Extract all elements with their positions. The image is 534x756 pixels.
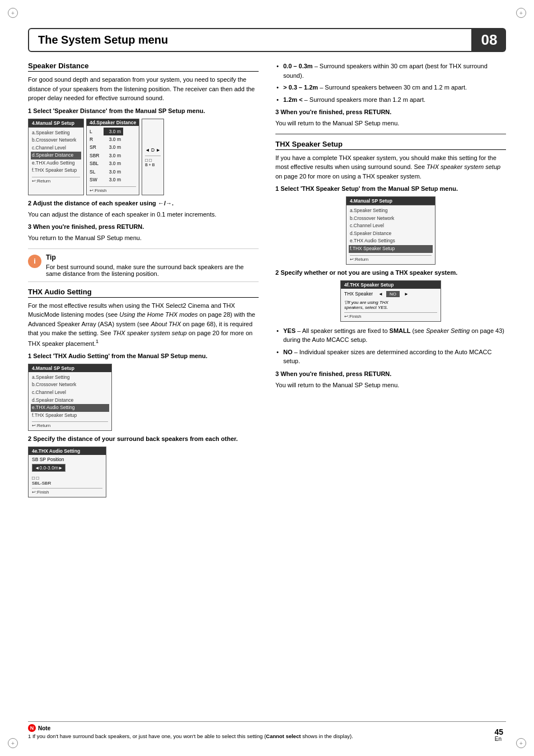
speaker-dist-screen: 4d.Speaker Distance L 3.0 m R 3.0 m SR 3… — [86, 119, 139, 195]
bullet-12m: 1.2m < – Surround speakers more than 1.2… — [275, 95, 506, 105]
chapter-number: 08 — [472, 28, 506, 52]
left-column: Speaker Distance For good sound depth an… — [28, 62, 259, 722]
thx-audio-screen2: 4e.THX Audio Setting SB SP Position ◄0.0… — [28, 447, 106, 497]
thx-audio-intro: For the most effective results when usin… — [28, 301, 259, 348]
tip-text: For best surround sound, make sure the s… — [46, 264, 259, 277]
thx-audio-screen2-footer: ↩:Finish — [32, 488, 102, 495]
screen-item-d-highlighted: d.Speaker Distance — [31, 152, 81, 159]
dist-row-sw: SW 3.0 m — [90, 176, 136, 184]
dist-row-r: R 3.0 m — [90, 135, 136, 143]
thx-audio-step1: 1 Select 'THX Audio Setting' from the Ma… — [28, 353, 259, 359]
thx-sp-e: e.THX Audio Settings — [350, 237, 432, 245]
thx-speaker-screen-footer: ↩:Return — [350, 255, 432, 262]
thx-audio-section: THX Audio Setting For the most effective… — [28, 288, 259, 498]
main-content: Speaker Distance For good sound depth an… — [28, 62, 506, 722]
thx-speaker-label: THX Speaker — [344, 291, 373, 297]
page-lang: En — [495, 736, 502, 742]
thx-speaker-intro: If you have a complete THX speaker syste… — [275, 153, 506, 181]
corner-mark-tl — [8, 8, 18, 18]
note-icon: N — [28, 724, 36, 732]
dist-row-sbl: SBL 3.0 m — [90, 159, 136, 167]
sbl-sbr-icons: □ □ — [32, 475, 102, 481]
thx-audio-screen2-title: 4e.THX Audio Setting — [29, 447, 106, 455]
dist-screen-title: 4d.Speaker Distance — [87, 119, 139, 126]
thx-audio-screen-title: 4.Manual SP Setup — [29, 364, 111, 372]
thx-audio-menu-screen: 4.Manual SP Setup a.Speaker Setting b.Cr… — [28, 364, 112, 431]
thx-screen-c: c.Channel Level — [32, 389, 108, 397]
sb-sp-row: SB SP Position — [32, 457, 102, 462]
thx-audio-screen-container: 4.Manual SP Setup a.Speaker Setting b.Cr… — [28, 364, 259, 431]
thx-bullet-no: NO – Individual speaker sizes are determ… — [275, 348, 506, 366]
note-bar: N Note 1 If you don't have surround back… — [28, 721, 506, 739]
thx-audio-step2: 2 Specify the distance of your surround … — [28, 435, 259, 442]
arrows-indicator: ◄ D ► □ □ B + B — [142, 119, 164, 195]
thx-screen-a: a.Speaker Setting — [32, 374, 108, 382]
page-number: 45 — [494, 727, 503, 736]
slider-indicator: ◄0.0-3.0m► — [32, 464, 65, 472]
corner-mark-bl — [8, 738, 18, 748]
step1-text: 1 Select 'Speaker Distance' from the Man… — [28, 107, 259, 114]
screen-item-b: b.Crossover Network — [32, 137, 80, 144]
step3-body: You return to the Manual SP Setup menu. — [28, 233, 259, 243]
thx-speaker-note: ▽If you are using THXspeakers, select YE… — [344, 300, 437, 310]
bullet-03-12m: > 0.3 – 1.2m – Surround speakers between… — [275, 83, 506, 92]
step3-text: 3 When you're finished, press RETURN. — [28, 223, 259, 230]
note-text: 1 If you don't have surround back speake… — [28, 733, 506, 739]
screen-item-f: f.THX Speaker Setup — [32, 167, 80, 175]
thx-speaker-bullets: YES – All speaker settings are fixed to … — [275, 326, 506, 366]
thx-speaker-step3-body: You will return to the Manual SP Setup m… — [275, 381, 506, 390]
thx-speaker-heading: THX Speaker Setup — [275, 140, 506, 150]
thx-sp-c: c.Channel Level — [350, 222, 432, 230]
tip-box: i Tip For best surround sound, make sure… — [28, 248, 259, 282]
thx-speaker-screen2: 4f.THX Speaker Setup THX Speaker ◄ NO ► … — [340, 280, 441, 322]
screen-item-c: c.Channel Level — [32, 144, 80, 152]
page-title: The System Setup menu — [28, 28, 472, 52]
dist-row-sbr: SBR 3.0 m — [90, 152, 136, 159]
thx-speaker-value: NO — [386, 291, 400, 297]
speaker-distance-screens: 4.Manual SP Setup a.Speaker Setting b.Cr… — [28, 119, 259, 195]
thx-sp-f-highlighted: f.THX Speaker Setup — [349, 245, 433, 253]
dist-row-sl: SL 3.0 m — [90, 168, 136, 176]
screen-item-a: a.Speaker Setting — [32, 129, 80, 137]
tip-icon: i — [28, 255, 41, 268]
manual-sp-setup-screen: 4.Manual SP Setup a.Speaker Setting b.Cr… — [28, 119, 84, 195]
lr-arrows: ◄ D ► — [145, 147, 161, 153]
thx-speaker-step1: 1 Select 'THX Speaker Setup' from the Ma… — [275, 185, 506, 192]
header-bar: The System Setup menu 08 — [28, 28, 506, 52]
thx-setup-footer: ↩:Finish — [344, 312, 437, 319]
speaker-distance-section: Speaker Distance For good sound depth an… — [28, 62, 259, 243]
thx-audio-screen-footer: ↩:Return — [32, 421, 108, 428]
thx-screen-e-highlighted: e.THX Audio Setting — [31, 404, 109, 412]
thx-speaker-step2: 2 Specify whether or not you are using a… — [275, 269, 506, 276]
thx-speaker-step3: 3 When you're finished, press RETURN. — [275, 370, 506, 377]
thx-bullet-yes: YES – All speaker settings are fixed to … — [275, 326, 506, 345]
note-label: N Note — [28, 724, 506, 732]
thx-speaker-menu-screen: 4.Manual SP Setup a.Speaker Setting b.Cr… — [346, 196, 435, 265]
dist-screen-footer: ↩:Finish — [90, 186, 136, 193]
thx-speaker-value-row: THX Speaker ◄ NO ► — [344, 291, 437, 297]
note-title: Note — [38, 725, 50, 731]
thx-sp-b: b.Crossover Network — [350, 215, 432, 223]
right-step3-label: 3 When you're finished, press RETURN. — [275, 109, 506, 115]
thx-speaker-section: THX Speaker Setup If you have a complete… — [275, 140, 506, 390]
thx-sp-d: d.Speaker Distance — [350, 230, 432, 238]
distance-range-bullets: 0.0 – 0.3m – Surround speakers within 30… — [275, 62, 506, 104]
tip-label: Tip — [46, 253, 259, 261]
screen-item-e: e.THX Audio Setting — [32, 159, 80, 167]
divider — [275, 134, 506, 134]
thx-screen-d: d.Speaker Distance — [32, 397, 108, 405]
dist-row-sr: SR 3.0 m — [90, 143, 136, 151]
thx-screen-b: b.Crossover Network — [32, 381, 108, 389]
thx-sp-a: a.Speaker Setting — [350, 207, 432, 215]
thx-speaker-screen-title: 4.Manual SP Setup — [346, 197, 435, 205]
thx-screen-f: f.THX Speaker Setup — [32, 412, 108, 420]
speaker-distance-intro: For good sound depth and separation from… — [28, 75, 259, 103]
step2-text: 2 Adjust the distance of each speaker us… — [28, 200, 259, 206]
screen-left-footer: ↩:Return — [32, 177, 80, 184]
right-step3-body: You will return to the Manual SP Setup m… — [275, 119, 506, 128]
sbl-sbr-label: SBL-SBR — [32, 481, 102, 486]
speaker-distance-heading: Speaker Distance — [28, 62, 259, 72]
dist-row-l: L 3.0 m — [90, 128, 136, 135]
bullet-0-03m: 0.0 – 0.3m – Surround speakers within 30… — [275, 62, 506, 80]
screen-left-title: 4.Manual SP Setup — [29, 119, 83, 128]
